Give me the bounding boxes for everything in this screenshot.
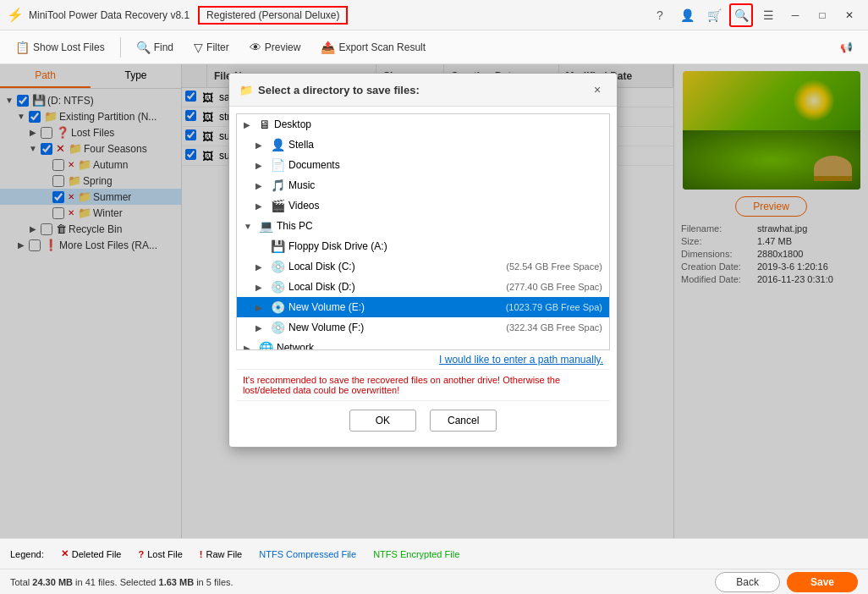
folder-label: Stella [288,139,602,151]
find-label: Find [154,41,173,53]
show-lost-icon: 📋 [15,41,30,54]
dialog-body: ▶ 🖥 Desktop ▶ 👤 Stella ▶ 📄 Docume [229,107,617,447]
status-buttons: Back Save [715,572,858,592]
titlebar: ⚡ MiniTool Power Data Recovery v8.1 Regi… [0,0,868,30]
folder-label: Videos [288,200,602,212]
disk-e-icon: 💿 [271,300,285,314]
expand-icon[interactable]: ▶ [255,262,267,272]
sep1 [120,37,121,58]
folder-item-network[interactable]: ▶ 🌐 Network [237,338,609,350]
folder-item-disk-d[interactable]: ▶ 💿 Local Disk (D:) (277.40 GB Free Spac… [237,277,609,297]
maximize-btn[interactable]: □ [810,3,834,27]
desktop-icon: 🖥 [259,118,271,131]
folder-item-floppy[interactable]: 💾 Floppy Disk Drive (A:) [237,236,609,256]
legend-deleted: ✕ Deleted File [61,548,122,559]
folder-size: (277.40 GB Free Spac) [506,282,602,292]
toolbar: 📋 Show Lost Files 🔍 Find ▽ Filter 👁 Prev… [0,30,868,64]
folder-item-volume-f[interactable]: ▶ 💿 New Volume (F:) (322.34 GB Free Spac… [237,317,609,338]
expand-icon[interactable]: ▶ [255,303,267,312]
legend-ntfs-compressed: NTFS Compressed File [259,549,356,559]
folder-item-volume-e[interactable]: ▶ 💿 New Volume (E:) (1023.79 GB Free Spa… [237,297,609,317]
legend-ntfs-encrypted: NTFS Encrypted File [373,549,459,559]
main-container: Path Type ▼ 💾 (D: NTFS) ▼ 📁 Existing Par… [0,64,868,538]
dialog-warning: It's recommended to save the recovered f… [236,369,610,400]
expand-icon[interactable]: ▶ [255,323,267,333]
registered-badge: Registered (Personal Deluxe) [198,6,348,25]
docs-icon: 📄 [271,158,285,172]
export-button[interactable]: 📤 Export Scan Result [312,37,434,58]
folder-item-this-pc[interactable]: ▼ 💻 This PC [237,216,609,236]
folder-tree[interactable]: ▶ 🖥 Desktop ▶ 👤 Stella ▶ 📄 Docume [236,113,610,350]
expand-icon[interactable]: ▶ [255,283,267,292]
dialog-title-text: Select a directory to save files: [258,84,420,96]
filter-label: Filter [206,41,229,53]
user-icon-btn[interactable]: 👤 [675,3,699,27]
find-icon: 🔍 [136,41,151,54]
expand-icon[interactable]: ▶ [255,161,267,170]
find-button[interactable]: 🔍 Find [128,37,182,58]
network-icon: 🌐 [259,341,273,350]
folder-item-stella[interactable]: ▶ 👤 Stella [237,135,609,155]
folder-label: This PC [277,220,602,232]
expand-icon[interactable]: ▶ [244,120,255,129]
raw-label: Raw File [206,549,242,559]
expand-icon[interactable]: ▶ [255,140,267,150]
search-icon-btn[interactable]: 🔍 [729,3,753,27]
folder-label: Network [277,342,602,350]
lost-label: Lost File [147,549,183,559]
minimize-btn[interactable]: ─ [783,3,807,27]
filter-button[interactable]: ▽ Filter [185,37,238,58]
folder-label: Music [288,179,602,191]
expand-icon[interactable]: ▶ [255,181,267,190]
raw-icon: ! [200,549,203,559]
deleted-label: Deleted File [72,549,122,559]
folder-item-music[interactable]: ▶ 🎵 Music [237,175,609,195]
save-dialog: 📁 Select a directory to save files: × ▶ … [228,73,618,448]
folder-label: Local Disk (D:) [288,281,503,293]
close-btn[interactable]: ✕ [838,3,861,27]
folder-item-videos[interactable]: ▶ 🎬 Videos [237,195,609,216]
preview-toolbar-button[interactable]: 👁 Preview [241,37,310,58]
expand-icon[interactable]: ▼ [244,222,255,231]
video-icon: 🎬 [271,199,285,212]
folder-label: New Volume (F:) [288,322,503,333]
floppy-icon: 💾 [271,239,285,253]
dialog-close-btn[interactable]: × [588,80,607,99]
folder-label: New Volume (E:) [288,301,503,313]
disk-d-icon: 💿 [271,280,285,294]
expand-icon[interactable]: ▶ [244,344,255,351]
deleted-icon: ✕ [61,548,69,559]
music-icon: 🎵 [271,179,285,192]
show-lost-files-button[interactable]: 📋 Show Lost Files [7,37,113,58]
legend-title: Legend: [10,549,44,559]
show-lost-label: Show Lost Files [33,41,105,53]
status-text: Total 24.30 MB in 41 files. Selected 1.6… [10,577,233,587]
preview-label: Preview [265,41,301,53]
disk-f-icon: 💿 [271,321,285,334]
folder-size: (322.34 GB Free Spac) [506,322,602,333]
menu-icon-btn[interactable]: ☰ [756,3,780,27]
expand-icon[interactable]: ▶ [255,201,267,211]
export-label: Export Scan Result [338,41,426,53]
dialog-buttons: OK Cancel [236,400,610,440]
share-button[interactable]: 📢 [832,38,861,57]
dialog-cancel-button[interactable]: Cancel [430,410,497,432]
help-icon-btn[interactable]: ? [648,3,672,27]
lost-icon: ? [138,549,144,559]
folder-label: Local Disk (C:) [288,261,503,272]
save-button[interactable]: Save [787,572,858,592]
dialog-title-bar: 📁 Select a directory to save files: × [229,74,617,107]
legend-raw: ! Raw File [200,549,242,559]
legend-bar: Legend: ✕ Deleted File ? Lost File ! Raw… [0,538,868,569]
folder-item-disk-c[interactable]: ▶ 💿 Local Disk (C:) (52.54 GB Free Space… [237,256,609,277]
folder-label: Floppy Disk Drive (A:) [288,240,599,252]
back-button[interactable]: Back [715,572,780,592]
manual-path-link[interactable]: I would like to enter a path manually. [236,350,610,369]
folder-item-documents[interactable]: ▶ 📄 Documents [237,155,609,175]
user-icon: 👤 [271,138,285,151]
preview-icon: 👁 [250,41,261,54]
legend-lost: ? Lost File [138,549,182,559]
cart-icon-btn[interactable]: 🛒 [702,3,726,27]
dialog-ok-button[interactable]: OK [349,410,416,432]
folder-item-desktop[interactable]: ▶ 🖥 Desktop [237,114,609,135]
